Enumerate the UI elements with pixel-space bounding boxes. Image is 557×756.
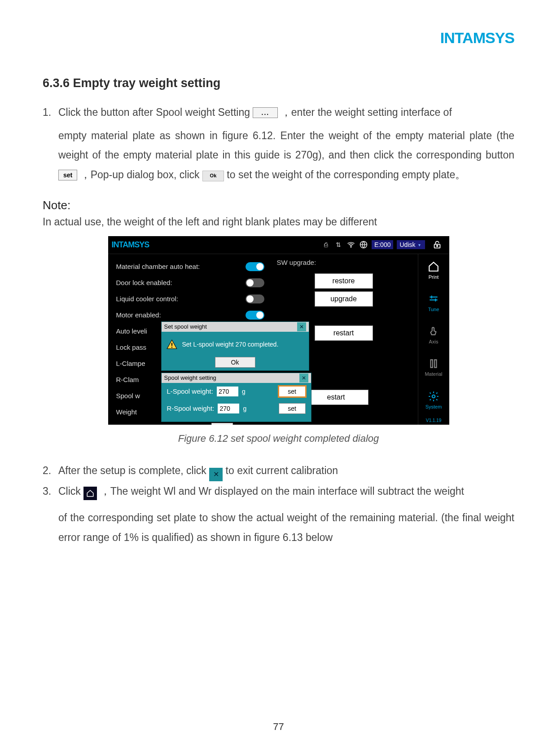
section-number: 6.3.6 (43, 76, 70, 90)
topbar: INTAMSYS ⎙ ⇅ E:000 Udisk (108, 236, 449, 254)
ok-button-inline[interactable]: Ok (202, 171, 224, 181)
note-text: In actual use, the weight of the left an… (43, 216, 514, 228)
estart-button[interactable]: estart (310, 390, 368, 405)
dialog-body: Set L-spool weight 270 completed. (162, 332, 309, 357)
step-2-text-a: After the setup is complete, click (58, 465, 206, 476)
sidebar-item-system[interactable]: System (418, 384, 449, 416)
sidebar-label: Axis (429, 339, 439, 344)
lock-icon[interactable] (429, 240, 446, 250)
step-1-text-b: ，enter the weight setting interface of (281, 106, 452, 118)
close-icon[interactable]: ✕ (299, 374, 308, 382)
close-icon[interactable]: ✕ (297, 322, 306, 331)
l-spool-label: L-Spool weight: (167, 387, 213, 395)
r-spool-row: R-Spool weight: g set (162, 400, 311, 417)
step-3-text-b: ，The weight Wl and Wr displayed on the m… (100, 485, 464, 497)
setting-row: Liquid cooler control: (116, 291, 264, 307)
sidebar-item-material[interactable]: Material (418, 351, 449, 383)
warning-icon (166, 338, 178, 350)
sidebar-item-print[interactable]: Print (418, 254, 449, 286)
dialog-title-bar: Spool weight setting ✕ (162, 373, 311, 383)
figure-caption: Figure 6.12 set spool weight completed d… (43, 433, 514, 444)
setting-row: Material chamber auto heat: (116, 259, 264, 275)
sidebar-label: System (425, 404, 442, 409)
wifi-icon (346, 240, 355, 249)
step-3-number: 3. (43, 483, 51, 500)
ellipsis-button[interactable]: ... (253, 107, 278, 118)
sidebar-label: Material (425, 371, 442, 377)
sidebar: Print Tune Axis Material System V1.1.19 (418, 254, 449, 425)
udisk-dropdown[interactable]: Udisk (397, 240, 425, 249)
dialog-title-bar: Set spool weight ✕ (162, 322, 309, 332)
step-1-text-d: ，Pop-up dialog box, click (80, 169, 200, 180)
toggle[interactable] (246, 294, 264, 303)
material-icon (428, 358, 439, 369)
dialog-ok-button[interactable]: Ok (215, 357, 255, 368)
sidebar-item-axis[interactable]: Axis (418, 319, 449, 351)
step-3-text-a: Click (58, 485, 81, 497)
svg-rect-6 (171, 347, 172, 347)
sliders-icon (428, 293, 439, 305)
ellipsis-chip[interactable]: ... (211, 423, 233, 425)
steps-2-3: 2. After the setup is complete, click ✕ … (43, 462, 514, 500)
spool-weight-setting-dialog: Spool weight setting ✕ L-Spool weight: g… (161, 373, 311, 422)
setting-row: Motor enabled: (116, 307, 264, 323)
step-3-continued: of the corresponding set plate to show t… (43, 508, 514, 547)
l-spool-input[interactable] (217, 387, 238, 396)
sidebar-label: Print (429, 274, 439, 280)
error-code: E:000 (372, 240, 394, 249)
version-label: V1.1.19 (426, 416, 441, 425)
unit-label: g (242, 388, 246, 395)
step-1-number: 1. (43, 103, 51, 123)
main-panel: Material chamber auto heat: Door lock en… (108, 254, 418, 425)
r-spool-label: R-Spool weight: (167, 404, 215, 412)
toggle[interactable] (246, 311, 264, 320)
note-heading: Note: (43, 198, 514, 212)
step-1-text-e: to set the weight of the corresponding e… (227, 169, 465, 180)
hand-tap-icon (428, 325, 439, 337)
l-spool-row: L-Spool weight: g set (162, 383, 311, 400)
sidebar-item-tune[interactable]: Tune (418, 286, 449, 319)
r-spool-input[interactable] (218, 404, 239, 413)
home-icon (428, 261, 439, 273)
setting-row: Door lock enabled: (116, 275, 264, 291)
sidebar-label: Tune (428, 307, 439, 312)
step-1: 1. Click the button after Spool weight S… (43, 103, 514, 185)
home-print-icon[interactable] (83, 487, 97, 500)
restore-button[interactable]: restore (315, 273, 373, 289)
svg-point-4 (432, 395, 435, 398)
ss-brand: INTAMSYS (112, 240, 149, 250)
toggle[interactable] (246, 262, 264, 271)
page-number: 77 (0, 721, 557, 733)
step-2-number: 2. (43, 462, 51, 479)
embedded-screenshot: INTAMSYS ⎙ ⇅ E:000 Udisk Print Tune Axis (108, 236, 449, 425)
step-2: 2. After the setup is complete, click ✕ … (43, 462, 514, 481)
dialog-message: Set L-spool weight 270 completed. (182, 341, 279, 348)
set-button-inline[interactable]: set (58, 170, 77, 180)
usb-icon: ⇅ (334, 240, 343, 249)
close-x-icon[interactable]: ✕ (209, 468, 223, 481)
upgrade-button[interactable]: upgrade (315, 291, 373, 307)
toggle[interactable] (246, 278, 264, 287)
svg-point-0 (351, 246, 351, 247)
dialog-title: Set spool weight (164, 323, 207, 330)
l-spool-set-button[interactable]: set (279, 386, 306, 397)
svg-point-3 (436, 246, 438, 247)
globe-icon (359, 240, 368, 249)
restart-button[interactable]: restart (315, 325, 373, 341)
svg-rect-5 (171, 343, 172, 346)
status-icon-1: ⎙ (321, 240, 330, 249)
section-title: Empty tray weight setting (73, 76, 221, 90)
step-1-text-a: Click the button after Spool weight Sett… (58, 106, 250, 118)
dialog-title: Spool weight setting (164, 374, 216, 381)
r-spool-set-button[interactable]: set (279, 403, 306, 414)
section-heading: 6.3.6 Empty tray weight setting (43, 76, 514, 90)
sw-upgrade-label: SW upgrade: (274, 257, 413, 271)
brand-logo: INTAMSYS (440, 29, 514, 47)
step-3: 3. Click ，The weight Wl and Wr displayed… (43, 483, 514, 500)
set-spool-weight-dialog: Set spool weight ✕ Set L-spool weight 27… (161, 321, 309, 371)
gear-icon (428, 391, 439, 402)
step-2-text-b: to exit current calibration (226, 465, 338, 476)
step-1-text-c: empty material plate as shown in figure … (58, 130, 514, 161)
unit-label: g (243, 405, 246, 412)
